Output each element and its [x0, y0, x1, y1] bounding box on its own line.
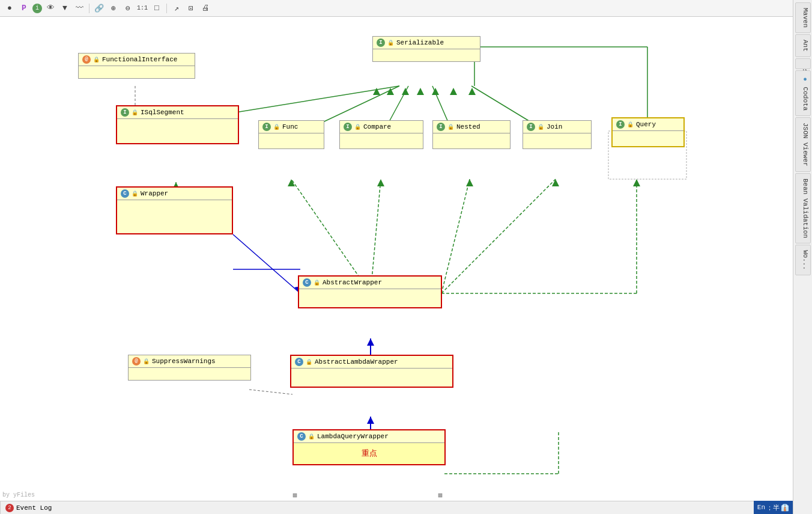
- toolbar-icon-wave[interactable]: 〰: [73, 2, 85, 14]
- badge-interface: I: [616, 120, 625, 129]
- event-log-button[interactable]: 2 Event Log: [0, 501, 793, 514]
- node-body: [613, 131, 683, 146]
- toolbar-icon-info[interactable]: i: [32, 4, 42, 13]
- toolbar-icon-export[interactable]: ⊡: [185, 2, 197, 14]
- node-label: Serializable: [396, 39, 444, 46]
- sidebar-tab-json-viewer[interactable]: JSON Viewer: [795, 117, 811, 172]
- node-label: Join: [547, 123, 562, 130]
- badge-interface: I: [344, 123, 352, 131]
- badge-class: C: [303, 278, 311, 287]
- node-note: 重点: [362, 449, 377, 458]
- toolbar-icon-share[interactable]: ↗: [171, 2, 183, 14]
- node-abstractwrapper[interactable]: C 🔒 AbstractWrapper: [298, 275, 442, 308]
- toolbar-icon-filter[interactable]: ▼: [59, 2, 71, 14]
- badge-interface: I: [262, 123, 271, 131]
- node-nested[interactable]: I 🔒 Nested: [432, 120, 511, 149]
- svg-marker-30: [633, 179, 640, 186]
- node-body: [523, 133, 591, 148]
- svg-marker-14: [468, 88, 476, 95]
- node-body: [117, 119, 238, 143]
- sidebar-tab-codota[interactable]: ● Codota: [795, 70, 811, 116]
- toolbar-icon-print[interactable]: 🖨: [199, 2, 211, 14]
- node-label: AbstractLambdaWrapper: [315, 358, 398, 366]
- badge-class: C: [295, 358, 303, 366]
- svg-rect-42: [293, 494, 297, 497]
- ime-extra: ；半: [766, 503, 780, 512]
- lock-icon: 🔒: [143, 358, 150, 365]
- toolbar-icon-circle[interactable]: ●: [4, 2, 16, 14]
- node-label: Wrapper: [141, 190, 168, 197]
- right-sidebar: Maven Ant 结构 ● Codota JSON Viewer Bean V…: [793, 0, 812, 514]
- node-suppresswarnings[interactable]: @ 🔒 SuppressWarnings: [128, 355, 251, 381]
- toolbar-separator-2: [166, 4, 167, 13]
- toolbar-icon-fit[interactable]: □: [151, 2, 163, 14]
- node-label: Func: [282, 123, 298, 130]
- lock-icon: 🔒: [627, 121, 634, 128]
- ime-indicator[interactable]: En ；半 👔: [754, 501, 793, 514]
- svg-line-18: [233, 234, 300, 293]
- node-body: [340, 133, 423, 148]
- toolbar-separator-1: [89, 4, 89, 13]
- node-label: Compare: [363, 123, 391, 130]
- node-label: FunctionalInterface: [102, 56, 177, 63]
- lock-icon: 🔒: [93, 57, 100, 63]
- badge-interface: I: [377, 38, 385, 47]
- node-join[interactable]: I 🔒 Join: [523, 120, 592, 149]
- toolbar-icon-eye[interactable]: 👁: [44, 2, 56, 14]
- node-func[interactable]: I 🔒 Func: [258, 120, 324, 149]
- sidebar-tab-bean-validation[interactable]: Bean Validation: [795, 173, 811, 243]
- badge-class: C: [121, 189, 129, 198]
- node-lambdaquerywrapper[interactable]: C 🔒 LambdaQueryWrapper 重点: [292, 429, 446, 465]
- node-label: AbstractWrapper: [323, 279, 382, 286]
- sidebar-tab-ant[interactable]: Ant: [795, 34, 811, 57]
- toolbar-icon-p[interactable]: P: [18, 2, 30, 14]
- toolbar-icon-zoom-in[interactable]: ⊕: [108, 2, 120, 14]
- lock-icon: 🔒: [314, 280, 320, 286]
- svg-marker-32: [367, 338, 374, 346]
- node-body: [79, 66, 195, 78]
- node-isqlsegment[interactable]: I 🔒 ISqlSegment: [116, 105, 239, 144]
- sidebar-tab-maven[interactable]: Maven: [795, 2, 811, 33]
- node-compare[interactable]: I 🔒 Compare: [339, 120, 423, 149]
- lock-icon: 🔒: [387, 40, 394, 46]
- ime-lang: En: [757, 504, 765, 511]
- node-body: [117, 200, 232, 233]
- badge-interface: I: [527, 123, 535, 131]
- node-body: [259, 133, 324, 148]
- node-query[interactable]: I 🔒 Query: [611, 117, 685, 147]
- node-abstractlambdawrapper[interactable]: C 🔒 AbstractLambdaWrapper: [290, 355, 453, 388]
- svg-marker-25: [466, 179, 473, 186]
- ime-icon: 👔: [781, 504, 789, 512]
- svg-marker-10: [402, 88, 409, 95]
- sidebar-tab-structure[interactable]: 结构: [795, 58, 811, 69]
- svg-marker-11: [417, 88, 424, 95]
- node-body: [299, 289, 441, 307]
- svg-rect-43: [438, 494, 442, 497]
- toolbar-icon-reset-zoom[interactable]: 1:1: [136, 2, 148, 14]
- lock-icon: 🔒: [306, 359, 312, 366]
- badge-annotation: @: [82, 55, 91, 64]
- node-body: [373, 49, 480, 61]
- lock-icon: 🔒: [273, 124, 280, 130]
- toolbar-icon-link[interactable]: 🔗: [93, 2, 105, 14]
- node-label: Nested: [456, 123, 480, 130]
- node-wrapper[interactable]: C 🔒 Wrapper: [116, 186, 233, 234]
- badge-class: C: [297, 432, 306, 441]
- svg-line-24: [441, 179, 470, 293]
- svg-marker-34: [367, 417, 374, 424]
- node-label: LambdaQueryWrapper: [317, 433, 389, 440]
- toolbar: ● P i 👁 ▼ 〰 🔗 ⊕ ⊖ 1:1 □ ↗ ⊡ 🖨: [0, 0, 793, 17]
- node-functionalinterface[interactable]: @ 🔒 FunctionalInterface: [78, 53, 195, 79]
- toolbar-icon-zoom-out[interactable]: ⊖: [122, 2, 134, 14]
- node-serializable[interactable]: I 🔒 Serializable: [372, 36, 480, 62]
- lock-icon: 🔒: [132, 191, 138, 197]
- sidebar-tab-work[interactable]: Wo...: [795, 245, 811, 275]
- event-log-label: Event Log: [16, 504, 52, 512]
- watermark: by yFiles: [2, 492, 35, 498]
- svg-line-35: [249, 390, 292, 394]
- node-body: [433, 133, 510, 148]
- badge-interface: I: [121, 108, 129, 117]
- svg-marker-12: [432, 88, 439, 95]
- badge-annotation: @: [132, 357, 141, 366]
- node-body: [291, 369, 452, 387]
